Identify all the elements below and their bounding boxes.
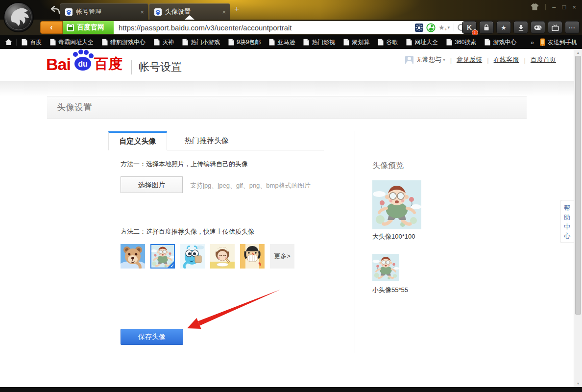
save-portrait-button[interactable]: 保存头像 xyxy=(121,329,183,345)
help-center-tab[interactable]: 帮助中心 xyxy=(560,200,574,243)
home-icon[interactable] xyxy=(5,39,12,46)
avatar-thumb-girl[interactable] xyxy=(210,244,235,269)
url-text[interactable]: https://passport.baidu.com/v3/ucenter/ac… xyxy=(119,24,412,32)
feedback-link[interactable]: 意见反馈 xyxy=(457,55,482,64)
header-shadow xyxy=(0,81,574,96)
add-favorite-icon[interactable]: ★ + xyxy=(438,24,445,31)
menu-button[interactable]: ⋯ xyxy=(565,21,580,34)
tab-custom-portrait[interactable]: 自定义头像 xyxy=(108,131,167,150)
video-button[interactable] xyxy=(548,21,562,34)
page-scrollbar[interactable]: ▲ ▼ xyxy=(574,49,582,387)
safety-wheel-icon[interactable] xyxy=(426,23,436,32)
guy-avatar-image xyxy=(372,180,421,229)
bookmark-item[interactable]: 灭神 xyxy=(154,38,174,47)
scrollbar-thumb[interactable] xyxy=(575,56,581,315)
preview-small-avatar xyxy=(372,254,399,281)
privacy-lock-button[interactable] xyxy=(479,21,494,34)
link-separator: | xyxy=(524,56,526,64)
avatar-thumb-bigmouth[interactable] xyxy=(240,244,265,269)
kingsoft-button[interactable]: K ! xyxy=(462,21,477,34)
baidu-home-link[interactable]: 百度首页 xyxy=(531,55,556,64)
avatar-thumb-fish[interactable] xyxy=(180,244,205,269)
page-icon xyxy=(50,39,56,46)
bookmark-item[interactable]: 网址大全 xyxy=(406,38,438,47)
online-service-link[interactable]: 在线客服 xyxy=(494,55,519,64)
avatar-thumb-guy-selected[interactable]: ✓ xyxy=(150,244,175,269)
bookmarks-bar: 百度 毒霸网址大全 猎豹游戏中心 灭神 热门小游戏 9块9包邮 亚马逊 热门影视… xyxy=(0,35,582,49)
preview-small-label: 小头像55*55 xyxy=(372,286,408,294)
window-controls-divider xyxy=(545,4,546,10)
back-button[interactable]: ‹ xyxy=(40,21,63,34)
column-divider xyxy=(355,131,355,353)
page-icon xyxy=(406,39,412,46)
avatar-thumb-bear[interactable] xyxy=(121,244,145,269)
bookmarks-overflow-chevron[interactable]: » xyxy=(531,39,534,46)
bookmark-item[interactable]: 热门影视 xyxy=(303,38,335,47)
bookmark-item[interactable]: 聚划算 xyxy=(343,38,369,47)
close-button[interactable]: × xyxy=(572,4,576,11)
new-tab-button[interactable]: + xyxy=(234,5,240,14)
skin-theme-icon[interactable] xyxy=(531,3,539,11)
downloads-button[interactable] xyxy=(513,21,528,34)
bookmark-item[interactable]: 亚马逊 xyxy=(269,38,295,47)
games-button[interactable] xyxy=(531,21,545,34)
baidu-logo[interactable]: Bai du 百度 xyxy=(46,54,122,74)
scroll-up-arrow[interactable]: ▲ xyxy=(574,51,582,54)
favorite-dropdown-icon[interactable]: ▾ xyxy=(447,25,450,30)
username-link[interactable]: 无常想与 xyxy=(416,55,441,64)
bookmark-item[interactable]: 热门小游戏 xyxy=(182,38,220,47)
tab-close-icon[interactable]: × xyxy=(140,8,144,16)
site-verification-badge[interactable]: 百度官网 xyxy=(63,21,114,34)
address-bar: ‹ 百度官网 https://passport.baidu.com/v3/uce… xyxy=(0,20,582,35)
girl-avatar-image xyxy=(210,244,235,269)
header-divider xyxy=(131,60,132,74)
bookmark-item[interactable]: 谷歌 xyxy=(378,38,398,47)
recommended-avatars: ✓ 更多> xyxy=(121,244,294,269)
ssl-lock-icon xyxy=(67,24,74,31)
lion-logo-icon xyxy=(3,1,34,33)
choose-image-button[interactable]: 选择图片 xyxy=(121,176,183,193)
portrait-tabs: 自定义头像 热门推荐头像 xyxy=(108,131,324,150)
user-caret-icon[interactable]: ▾ xyxy=(443,57,445,62)
url-field[interactable]: https://passport.baidu.com/v3/ucenter/ac… xyxy=(114,21,468,34)
more-avatars-button[interactable]: 更多> xyxy=(270,244,294,269)
bookmark-item[interactable]: 猎豹游戏中心 xyxy=(102,38,146,47)
favorites-button[interactable]: ★ xyxy=(496,21,511,34)
reopen-tab-button[interactable] xyxy=(50,5,61,15)
link-separator: | xyxy=(487,56,488,64)
help-center-label: 帮助中心 xyxy=(564,203,571,241)
send-to-phone-button[interactable]: 发送到手机 xyxy=(540,38,577,47)
maximize-button[interactable]: □ xyxy=(562,4,566,11)
page-icon xyxy=(228,39,234,46)
page-icon xyxy=(269,39,275,46)
browser-titlebar: 帐号管理 × 头像设置 × + – □ × xyxy=(0,0,582,20)
browser-logo[interactable] xyxy=(3,1,34,33)
night-mode-icon[interactable] xyxy=(415,24,423,32)
panel-heading: 头像设置 xyxy=(47,96,527,119)
page-icon xyxy=(22,39,27,46)
page-content: Bai du 百度 帐号设置 无常想与 ▾ | 意见反馈 xyxy=(0,49,582,392)
bookmark-item[interactable]: 百度 xyxy=(22,38,42,47)
page-icon xyxy=(378,39,384,46)
tab-hot-recommended[interactable]: 热门推荐头像 xyxy=(167,131,246,150)
scroll-down-arrow[interactable]: ▼ xyxy=(574,382,582,385)
method2-text: 方法二：选择百度推荐头像，快速上传优质头像 xyxy=(121,227,254,236)
user-avatar-icon[interactable] xyxy=(405,56,413,64)
field-divider xyxy=(454,24,454,31)
fish-avatar-image xyxy=(180,244,205,269)
logo-text-bai: Bai xyxy=(46,55,71,74)
bookmark-item[interactable]: 360搜索 xyxy=(446,38,476,47)
bottom-strip xyxy=(0,387,582,392)
portrait-settings-panel: 头像设置 自定义头像 热门推荐头像 方法一：选择本地照片，上传编辑自己的头像 选… xyxy=(47,96,527,386)
tab-close-icon[interactable]: × xyxy=(222,8,226,16)
bookmark-item[interactable]: 游戏中心 xyxy=(485,38,516,47)
bookmark-item[interactable]: 9块9包邮 xyxy=(228,38,261,47)
page-icon xyxy=(303,39,309,46)
window-controls: – □ × xyxy=(531,3,576,11)
bookmark-item[interactable]: 毒霸网址大全 xyxy=(50,38,94,47)
minimize-button[interactable]: – xyxy=(552,4,556,11)
page-icon xyxy=(102,39,108,46)
tab-account-management[interactable]: 帐号管理 × xyxy=(60,3,148,20)
bear-avatar-image xyxy=(121,244,145,269)
header-user-links: 无常想与 ▾ | 意见反馈 | 在线客服 | 百度首页 xyxy=(405,55,556,64)
